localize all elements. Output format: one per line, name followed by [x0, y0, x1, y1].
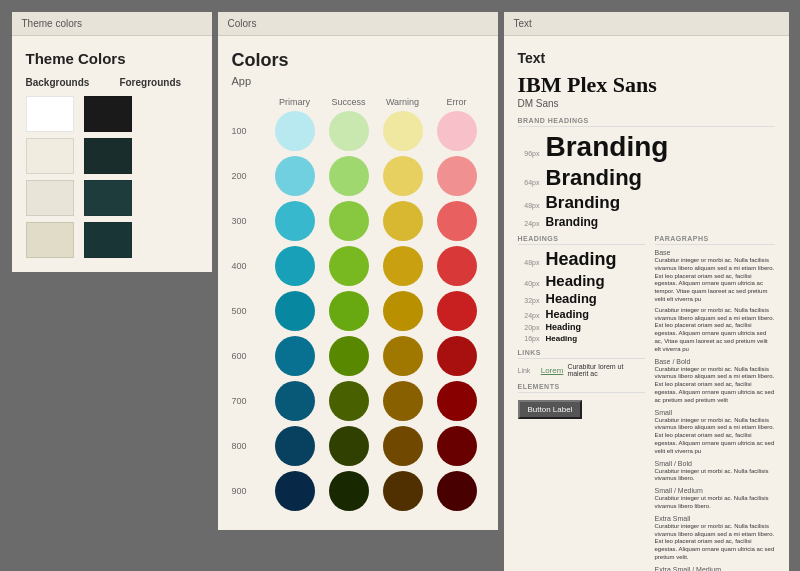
heading-text: Heading — [546, 322, 582, 332]
para-label: Base — [655, 249, 775, 256]
para-label: Extra Small — [655, 515, 775, 522]
color-row: 600 — [232, 336, 484, 376]
theme-colors-panel: Theme colors Theme Colors Backgrounds Fo… — [12, 12, 212, 272]
foreground-swatch — [84, 138, 132, 174]
link-text[interactable]: Lorem — [541, 366, 564, 375]
heading-row: 32pxHeading — [518, 291, 645, 306]
color-circle-400-2 — [383, 246, 423, 286]
font-secondary: DM Sans — [518, 98, 775, 109]
size-label: 16px — [518, 335, 540, 342]
color-row: 800 — [232, 426, 484, 466]
heading-row: 24pxHeading — [518, 308, 645, 320]
color-header-4: Error — [430, 97, 484, 107]
row-label: 600 — [232, 351, 268, 361]
brand-heading-text: Branding — [546, 193, 621, 213]
heading-row: 40pxHeading — [518, 272, 645, 289]
row-label: 700 — [232, 396, 268, 406]
color-circle-600-1 — [329, 336, 369, 376]
headings-label: HEADINGS — [518, 235, 645, 245]
color-row: 200 — [232, 156, 484, 196]
heading-row: 20pxHeading — [518, 322, 645, 332]
para-text: Curabitur integer ut morbi ac. Nulla fac… — [655, 495, 775, 511]
para-label: Small / Bold — [655, 460, 775, 467]
colors-title: Colors — [232, 50, 484, 71]
foreground-swatches — [84, 96, 132, 258]
color-circle-500-1 — [329, 291, 369, 331]
color-circle-800-1 — [329, 426, 369, 466]
brand-heading-row: 48pxBranding — [518, 193, 775, 213]
color-circle-300-1 — [329, 201, 369, 241]
color-circle-900-0 — [275, 471, 315, 511]
heading-text: Heading — [546, 334, 578, 343]
color-swatches — [26, 96, 198, 258]
para-label: Small — [655, 409, 775, 416]
size-label: 48px — [518, 259, 540, 266]
color-circle-400-1 — [329, 246, 369, 286]
foreground-swatch — [84, 180, 132, 216]
brand-headings-label: BRAND HEADINGS — [518, 117, 775, 127]
panel2-header: Colors — [218, 12, 498, 36]
para-text: Curabitur integer or morbi ac. Nulla fac… — [655, 366, 775, 405]
color-circle-900-2 — [383, 471, 423, 511]
heading-text: Heading — [546, 249, 617, 270]
para-label: Base / Bold — [655, 358, 775, 365]
heading-text: Heading — [546, 291, 597, 306]
color-circle-700-0 — [275, 381, 315, 421]
color-circle-500-0 — [275, 291, 315, 331]
color-circle-500-2 — [383, 291, 423, 331]
size-label: 20px — [518, 324, 540, 331]
color-circle-500-3 — [437, 291, 477, 331]
color-row: 300 — [232, 201, 484, 241]
row-label: 400 — [232, 261, 268, 271]
color-circle-100-1 — [329, 111, 369, 151]
heading-row: 16pxHeading — [518, 334, 645, 343]
color-circle-100-3 — [437, 111, 477, 151]
size-label: 48px — [518, 202, 540, 209]
color-row: 500 — [232, 291, 484, 331]
para-text: Curabitur integer or morbi ac. Nulla fac… — [655, 523, 775, 562]
size-label: 24px — [518, 312, 540, 319]
color-row: 700 — [232, 381, 484, 421]
color-grid-header: PrimarySuccessWarningError — [232, 97, 484, 107]
color-circle-200-1 — [329, 156, 369, 196]
size-label: 24px — [518, 220, 540, 227]
color-header-0 — [232, 97, 268, 107]
color-row: 100 — [232, 111, 484, 151]
row-label: 100 — [232, 126, 268, 136]
links-section: LINKS Link Lorem Curabitur lorem ut male… — [518, 349, 645, 377]
para-text: Curabitur integer ut morbi ac. Nulla fac… — [655, 468, 775, 484]
color-circle-400-3 — [437, 246, 477, 286]
foreground-swatch — [84, 96, 132, 132]
text-panel-title: Text — [518, 50, 775, 66]
brand-heading-text: Branding — [546, 131, 669, 163]
paragraphs-label: PARAGRAPHS — [655, 235, 775, 245]
elements-section: ELEMENTS Button Label — [518, 383, 645, 419]
link-subtext: Curabitur lorem ut malerit ac — [567, 363, 644, 377]
heading-text: Heading — [546, 308, 589, 320]
color-circle-300-2 — [383, 201, 423, 241]
row-label: 900 — [232, 486, 268, 496]
color-circle-700-2 — [383, 381, 423, 421]
colors-subtitle: App — [232, 75, 484, 87]
row-label: 300 — [232, 216, 268, 226]
size-label: 32px — [518, 297, 540, 304]
color-circle-600-2 — [383, 336, 423, 376]
panel1-header: Theme colors — [12, 12, 212, 36]
color-header-2: Success — [322, 97, 376, 107]
colors-panel: Colors Colors App PrimarySuccessWarningE… — [218, 12, 498, 530]
elements-label: ELEMENTS — [518, 383, 645, 393]
color-circle-100-2 — [383, 111, 423, 151]
size-label: 64px — [518, 179, 540, 186]
color-circle-700-1 — [329, 381, 369, 421]
para-text: Curabitur integer or morbi ac. Nulla fac… — [655, 417, 775, 456]
button-label[interactable]: Button Label — [518, 400, 583, 419]
brand-heading-row: 24pxBranding — [518, 215, 775, 229]
foreground-swatch — [84, 222, 132, 258]
color-circle-100-0 — [275, 111, 315, 151]
color-grid: PrimarySuccessWarningError 1002003004005… — [232, 97, 484, 511]
size-label: 40px — [518, 280, 540, 287]
font-primary: IBM Plex Sans — [518, 72, 775, 98]
color-circle-800-0 — [275, 426, 315, 466]
background-swatch — [26, 96, 74, 132]
background-swatch — [26, 180, 74, 216]
